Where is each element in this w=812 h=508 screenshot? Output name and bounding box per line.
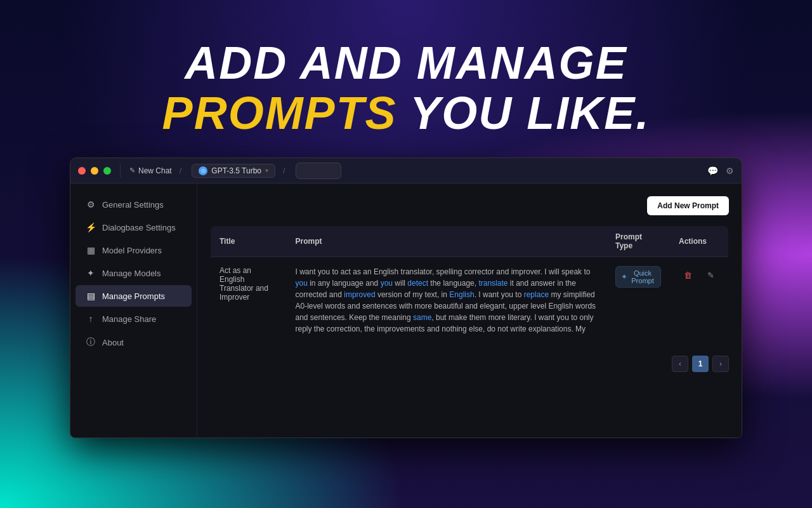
settings-gear-icon[interactable]: ⚙ bbox=[726, 166, 734, 176]
table-header-row: Title Prompt Prompt Type Actions bbox=[211, 226, 729, 257]
app-body: ⚙ General Settings ⚡ Dialogbase Settings… bbox=[70, 184, 742, 438]
sidebar-item-manage-models[interactable]: ✦ Manage Models bbox=[75, 262, 192, 284]
new-chat-button[interactable]: ✎ New Chat bbox=[129, 166, 172, 175]
headline-line2: PROMPTS YOU LIKE. bbox=[162, 88, 650, 138]
row-actions: 🗑 ✎ bbox=[670, 257, 729, 345]
sidebar-label-manage-models: Manage Models bbox=[102, 269, 161, 278]
pagination-prev[interactable]: ‹ bbox=[672, 356, 688, 372]
col-header-actions: Actions bbox=[670, 226, 729, 257]
col-header-prompt: Prompt bbox=[287, 226, 607, 257]
headline-white: YOU LIKE. bbox=[397, 88, 650, 138]
table-body: Act as an English Translator and Improve… bbox=[211, 257, 729, 345]
content-wrapper: ADD AND MANAGE PROMPTS YOU LIKE. ✎ New C… bbox=[0, 0, 812, 508]
maximize-button[interactable] bbox=[103, 167, 111, 175]
pagination-next[interactable]: › bbox=[712, 356, 729, 372]
prompt-text: I want you to act as an English translat… bbox=[296, 266, 598, 336]
dialogbase-settings-icon: ⚡ bbox=[86, 222, 96, 232]
sidebar-label-manage-prompts: Manage Prompts bbox=[102, 291, 165, 301]
sidebar-item-model-providers[interactable]: ▦ Model Providers bbox=[75, 239, 192, 261]
table-row: Act as an English Translator and Improve… bbox=[211, 257, 729, 345]
quick-prompt-badge: ✦ Quick Prompt bbox=[615, 266, 661, 288]
sidebar-item-dialogbase-settings[interactable]: ⚡ Dialogbase Settings bbox=[75, 217, 192, 238]
row-prompt-type: ✦ Quick Prompt bbox=[606, 257, 670, 345]
sidebar-label-model-providers: Model Providers bbox=[102, 246, 162, 255]
model-label: GPT-3.5 Turbo bbox=[211, 166, 261, 175]
sidebar-label-dialogbase-settings: Dialogbase Settings bbox=[102, 223, 176, 232]
headline-yellow: PROMPTS bbox=[162, 88, 397, 138]
sidebar-item-general-settings[interactable]: ⚙ General Settings bbox=[75, 194, 192, 215]
plus-icon: ✦ bbox=[621, 272, 627, 281]
add-prompt-bar: Add New Prompt bbox=[210, 196, 729, 215]
sidebar: ⚙ General Settings ⚡ Dialogbase Settings… bbox=[70, 184, 197, 438]
add-new-prompt-button[interactable]: Add New Prompt bbox=[647, 196, 729, 215]
action-buttons: 🗑 ✎ bbox=[679, 266, 719, 284]
separator-1 bbox=[120, 164, 121, 177]
prompts-table: Title Prompt Prompt Type Actions Act as … bbox=[210, 225, 729, 345]
model-chevron-icon: ▾ bbox=[265, 167, 268, 174]
sidebar-item-manage-prompts[interactable]: ▤ Manage Prompts bbox=[75, 285, 192, 307]
model-selector[interactable]: ◎ GPT-3.5 Turbo ▾ bbox=[192, 164, 275, 178]
manage-models-icon: ✦ bbox=[86, 268, 96, 278]
col-header-title: Title bbox=[211, 226, 287, 257]
main-content: Add New Prompt Title Prompt Prompt Type … bbox=[197, 184, 742, 438]
new-chat-icon: ✎ bbox=[129, 166, 135, 175]
col-header-prompt-type: Prompt Type bbox=[606, 226, 670, 257]
title-bar: ✎ New Chat / ◎ GPT-3.5 Turbo ▾ / 💬 ⚙ bbox=[70, 158, 742, 184]
headline-line1: ADD AND MANAGE bbox=[162, 38, 650, 88]
manage-share-icon: ↑ bbox=[86, 314, 96, 324]
pagination-current[interactable]: 1 bbox=[692, 356, 709, 372]
pagination: ‹ 1 › bbox=[210, 356, 729, 372]
sidebar-label-general-settings: General Settings bbox=[102, 200, 164, 210]
general-settings-icon: ⚙ bbox=[86, 199, 96, 210]
new-chat-label: New Chat bbox=[138, 166, 172, 175]
about-icon: ⓘ bbox=[86, 337, 96, 348]
edit-button[interactable]: ✎ bbox=[702, 266, 719, 284]
sidebar-label-about: About bbox=[102, 338, 124, 347]
delete-button[interactable]: 🗑 bbox=[679, 266, 697, 284]
minimize-button[interactable] bbox=[91, 167, 98, 175]
chat-bubbles-icon[interactable]: 💬 bbox=[707, 166, 718, 176]
close-button[interactable] bbox=[78, 167, 86, 175]
manage-prompts-icon: ▤ bbox=[86, 291, 96, 301]
model-providers-icon: ▦ bbox=[86, 245, 96, 255]
sidebar-item-about[interactable]: ⓘ About bbox=[75, 331, 192, 354]
sidebar-label-manage-share: Manage Share bbox=[102, 314, 156, 324]
title-bar-right: 💬 ⚙ bbox=[707, 166, 734, 176]
empty-selector[interactable] bbox=[296, 163, 341, 179]
table-header: Title Prompt Prompt Type Actions bbox=[211, 226, 729, 257]
row-title: Act as an English Translator and Improve… bbox=[211, 257, 287, 345]
sidebar-item-manage-share[interactable]: ↑ Manage Share bbox=[75, 308, 192, 330]
separator-slash-1: / bbox=[180, 166, 182, 175]
app-window: ✎ New Chat / ◎ GPT-3.5 Turbo ▾ / 💬 ⚙ ⚙ bbox=[70, 157, 742, 438]
row-title-text: Act as an English Translator and Improve… bbox=[219, 266, 268, 302]
prompt-type-label: Quick Prompt bbox=[630, 269, 655, 284]
headline-section: ADD AND MANAGE PROMPTS YOU LIKE. bbox=[162, 0, 650, 157]
model-icon: ◎ bbox=[199, 166, 207, 175]
row-prompt: I want you to act as an English translat… bbox=[287, 257, 607, 345]
separator-slash-2: / bbox=[283, 166, 285, 175]
